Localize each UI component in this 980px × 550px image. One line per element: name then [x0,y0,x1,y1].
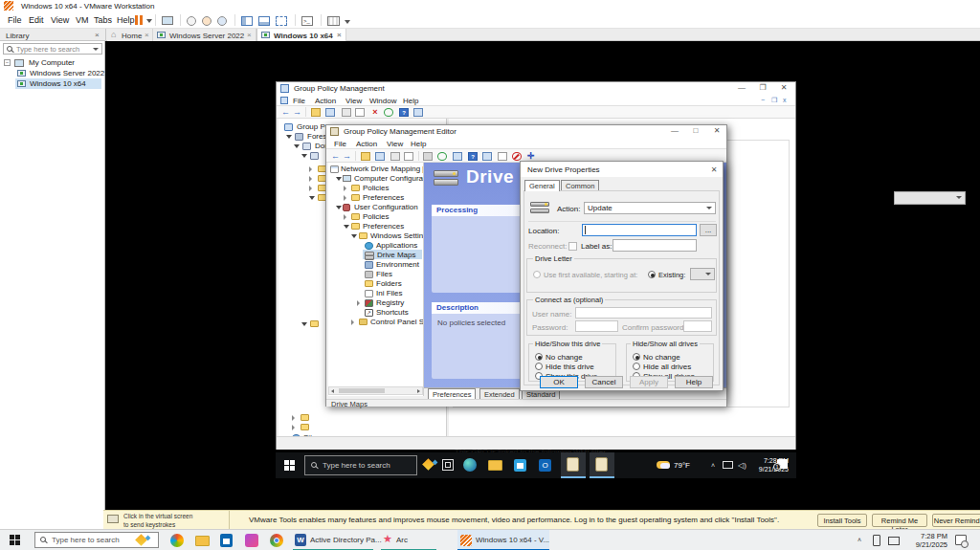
confirm-password-input[interactable] [683,320,712,332]
apply-button[interactable]: Apply [630,376,668,388]
outlook-icon[interactable]: O [539,459,551,472]
console-view-icon[interactable]: >_ [301,16,313,26]
tab-general[interactable]: General [524,180,560,191]
store-icon[interactable] [514,459,526,472]
help-icon[interactable]: ? [399,108,409,117]
menu-tabs[interactable]: Tabs [94,15,112,25]
library-close-icon[interactable]: × [95,31,100,39]
mdi-close-icon[interactable]: x [783,97,787,103]
maximize-icon[interactable]: □ [688,126,703,135]
gpme-taskbar-button[interactable] [590,452,614,478]
print-icon[interactable] [423,152,433,161]
reconnect-checkbox[interactable] [568,242,577,251]
send-ctrl-alt-del-icon[interactable] [162,16,173,25]
collapsed-icon[interactable] [344,195,346,201]
gpm-menu-action[interactable]: Action [315,97,336,105]
mdi-minimize-icon[interactable]: − [761,97,765,103]
export-list-icon[interactable] [453,152,462,161]
mdi-restore-icon[interactable]: ❐ [771,97,777,104]
expanded-icon[interactable] [336,177,342,181]
scroll-thumb[interactable] [339,388,385,393]
all-no-change-radio[interactable] [633,353,640,361]
menu-edit[interactable]: Edit [29,15,44,25]
arc-taskbar-button[interactable]: ★ Arc [381,530,436,550]
gpm-menu-window[interactable]: Window [369,97,396,105]
expanded-icon[interactable] [294,144,300,148]
host-search-input[interactable]: Type here to search [34,532,159,548]
scroll-left-icon[interactable] [331,389,334,393]
tray-chevron-up-icon[interactable]: ˄ [858,537,861,543]
menu-file[interactable]: File [8,15,22,25]
tab-home[interactable]: ⌂ Home × [107,29,153,41]
forward-icon[interactable]: → [293,107,301,117]
snapshot-manager-icon[interactable] [217,16,227,26]
cancel-button[interactable]: Cancel [585,376,623,388]
gpmc-taskbar-button[interactable] [561,452,586,478]
paste-icon[interactable] [404,152,413,161]
gpm-menu-file[interactable]: File [293,97,305,105]
edge-icon[interactable] [463,458,477,472]
restore-icon[interactable]: ❐ [755,83,770,92]
tab-close-icon[interactable]: × [247,31,252,39]
chevron-down-icon[interactable] [93,48,99,51]
gpm-menu-help[interactable]: Help [403,97,418,105]
copilot-icon[interactable] [170,534,184,547]
menu-view[interactable]: View [51,15,69,25]
tray-chevron-up-icon[interactable]: ˄ [711,462,715,469]
up-one-level-icon[interactable] [311,108,321,117]
file-explorer-icon[interactable] [195,536,210,546]
expanded-icon[interactable] [344,225,349,229]
copy-icon[interactable] [390,152,400,161]
collapsed-icon[interactable] [357,300,360,306]
gpm-display-links-dropdown[interactable] [894,191,966,205]
network-display-icon[interactable] [888,537,900,545]
up-one-level-icon[interactable] [361,152,370,161]
library-search-input[interactable]: Type here to search [3,43,102,55]
weather-icon[interactable] [657,461,670,469]
phone-link-icon[interactable] [873,535,880,546]
tab-close-icon[interactable]: × [337,31,342,39]
label-as-input[interactable] [612,239,697,252]
help-icon[interactable]: ? [468,152,478,161]
vm-search-input[interactable]: Type here to search [304,455,417,475]
gpme-menu-help[interactable]: Help [411,140,426,148]
show-console-tree-icon[interactable] [375,152,385,161]
existing-radio[interactable] [648,271,656,278]
fullscreen-icon[interactable] [276,16,287,26]
location-input[interactable] [582,224,697,236]
expanded-icon[interactable] [336,206,342,209]
show-console-tree-icon[interactable] [325,108,335,117]
close-icon[interactable]: ✕ [709,126,724,135]
user-name-input[interactable] [575,307,712,319]
install-tools-button[interactable]: Install Tools [817,514,867,527]
tab-windows-10-x64[interactable]: Windows 10 x64 × [256,29,346,41]
action-center-icon[interactable] [955,535,967,545]
minimize-icon[interactable]: — [667,126,682,135]
start-button[interactable] [284,460,295,471]
gpme-menu-view[interactable]: View [387,140,403,148]
tab-preferences[interactable]: Preferences [428,388,476,399]
show-thumbnail-bar-icon[interactable] [258,16,270,26]
paste-icon[interactable] [355,108,365,117]
vmware-taskbar-button[interactable]: Windows 10 x64 - V... [457,530,549,550]
close-icon[interactable]: ✕ [776,83,791,92]
volume-icon[interactable]: ◁) [738,461,746,470]
tab-close-icon[interactable]: × [145,31,149,39]
add-icon[interactable]: ✛ [527,151,535,161]
expanded-icon[interactable] [286,135,292,139]
clipchamp-icon[interactable] [245,534,258,547]
display-tray-icon[interactable] [723,461,733,469]
word-taskbar-button[interactable]: W Active Directory Pa... [293,530,373,550]
minimize-icon[interactable]: — [734,83,749,92]
dialog-titlebar[interactable]: New Drive Properties ✕ [521,162,723,177]
back-icon[interactable]: ← [281,107,290,117]
list-view-icon[interactable] [413,108,423,117]
delete-icon[interactable]: × [370,108,380,117]
collapse-icon[interactable]: − [4,59,11,66]
enhanced-keyboard-dropdown-icon[interactable] [345,20,350,24]
this-no-change-radio[interactable] [535,353,543,361]
close-icon[interactable]: ✕ [706,165,722,174]
hide-this-drive-radio[interactable] [535,363,543,370]
menu-help[interactable]: Help [117,15,135,25]
expanded-icon[interactable] [301,154,307,158]
